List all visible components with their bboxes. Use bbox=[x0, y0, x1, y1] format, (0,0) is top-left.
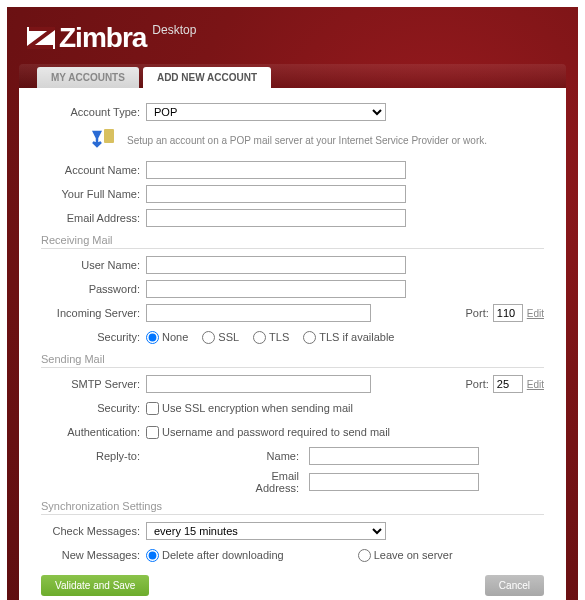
account-name-label: Account Name: bbox=[41, 164, 146, 176]
full-name-label: Your Full Name: bbox=[41, 188, 146, 200]
password-input[interactable] bbox=[146, 280, 406, 298]
incoming-port-label: Port: bbox=[466, 307, 489, 319]
check-messages-select[interactable]: every 15 minutes bbox=[146, 522, 386, 540]
send-ssl-checkbox[interactable]: Use SSL encryption when sending mail bbox=[146, 402, 353, 415]
setup-description: Setup an account on a POP mail server at… bbox=[127, 135, 487, 146]
full-name-input[interactable] bbox=[146, 185, 406, 203]
reply-email-input[interactable] bbox=[309, 473, 479, 491]
reply-name-label: Name: bbox=[230, 450, 305, 462]
reply-email-label: Email Address: bbox=[230, 470, 305, 494]
svg-rect-1 bbox=[104, 129, 114, 143]
reply-name-input[interactable] bbox=[309, 447, 479, 465]
account-name-input[interactable] bbox=[146, 161, 406, 179]
recv-security-label: Security: bbox=[41, 331, 146, 343]
new-msg-leave-option[interactable]: Leave on server bbox=[358, 549, 453, 562]
cancel-button[interactable]: Cancel bbox=[485, 575, 544, 596]
new-messages-label: New Messages: bbox=[41, 549, 146, 561]
check-messages-label: Check Messages: bbox=[41, 525, 146, 537]
app-frame: Zimbra Desktop MY ACCOUNTS ADD NEW ACCOU… bbox=[7, 7, 578, 600]
incoming-port-edit-link[interactable]: Edit bbox=[527, 308, 544, 319]
section-sync: Synchronization Settings bbox=[41, 500, 544, 515]
username-label: User Name: bbox=[41, 259, 146, 271]
security-tls-avail-option[interactable]: TLS if available bbox=[303, 331, 394, 344]
section-receiving: Receiving Mail bbox=[41, 234, 544, 249]
logo-edition: Desktop bbox=[152, 23, 196, 37]
incoming-server-label: Incoming Server: bbox=[41, 307, 146, 319]
username-input[interactable] bbox=[146, 256, 406, 274]
security-tls-option[interactable]: TLS bbox=[253, 331, 289, 344]
logo-text: Zimbra bbox=[59, 22, 146, 54]
header: Zimbra Desktop bbox=[19, 17, 566, 64]
smtp-port-input[interactable] bbox=[493, 375, 523, 393]
smtp-port-label: Port: bbox=[466, 378, 489, 390]
auth-label: Authentication: bbox=[41, 426, 146, 438]
tab-my-accounts[interactable]: MY ACCOUNTS bbox=[37, 67, 139, 88]
logo-icon bbox=[27, 27, 55, 49]
smtp-server-input[interactable] bbox=[146, 375, 371, 393]
reply-to-label: Reply-to: bbox=[41, 450, 146, 462]
smtp-port-edit-link[interactable]: Edit bbox=[527, 379, 544, 390]
validate-save-button[interactable]: Validate and Save bbox=[41, 575, 149, 596]
incoming-server-input[interactable] bbox=[146, 304, 371, 322]
account-type-label: Account Type: bbox=[41, 106, 146, 118]
smtp-server-label: SMTP Server: bbox=[41, 378, 146, 390]
section-sending: Sending Mail bbox=[41, 353, 544, 368]
security-none-option[interactable]: None bbox=[146, 331, 188, 344]
email-input[interactable] bbox=[146, 209, 406, 227]
auth-required-checkbox[interactable]: Username and password required to send m… bbox=[146, 426, 390, 439]
new-msg-delete-option[interactable]: Delete after downloading bbox=[146, 549, 284, 562]
security-ssl-option[interactable]: SSL bbox=[202, 331, 239, 344]
email-label: Email Address: bbox=[41, 212, 146, 224]
account-type-select[interactable]: POP bbox=[146, 103, 386, 121]
incoming-port-input[interactable] bbox=[493, 304, 523, 322]
tab-bar: MY ACCOUNTS ADD NEW ACCOUNT bbox=[19, 64, 566, 88]
send-security-label: Security: bbox=[41, 402, 146, 414]
wizard-icon bbox=[91, 128, 119, 152]
password-label: Password: bbox=[41, 283, 146, 295]
form-panel: Account Type: POP Setup an account on a … bbox=[19, 88, 566, 600]
tab-add-new-account[interactable]: ADD NEW ACCOUNT bbox=[143, 67, 271, 88]
